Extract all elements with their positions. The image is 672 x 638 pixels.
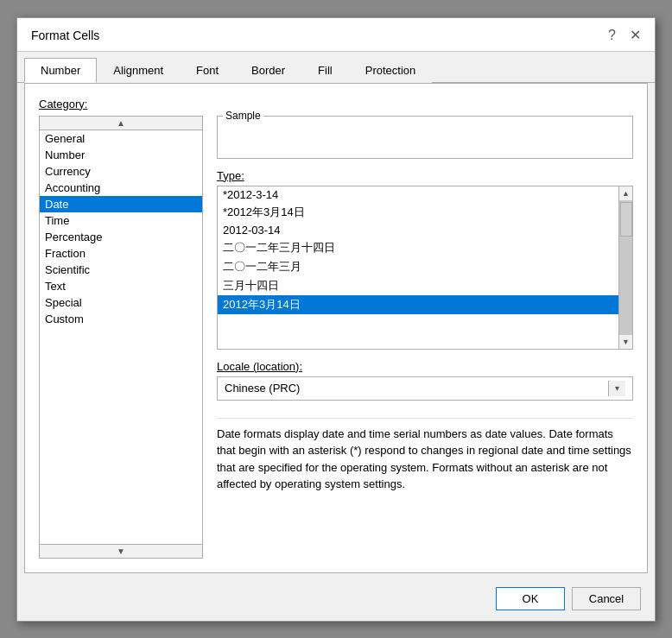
format-cells-dialog: Format Cells ? ✕ Number Alignment Font B… bbox=[16, 17, 656, 622]
category-panel: ▲ General Number Currency Accounting Dat… bbox=[39, 116, 203, 559]
tab-bar: Number Alignment Font Border Fill Protec… bbox=[17, 52, 655, 83]
category-list: General Number Currency Accounting Date … bbox=[40, 130, 202, 327]
locale-select[interactable]: Chinese (PRC) ▾ bbox=[217, 376, 633, 401]
category-scroll-down[interactable]: ▼ bbox=[40, 544, 202, 558]
type-list-container: *2012-3-14 *2012年3月14日 2012-03-14 二〇一二年三… bbox=[217, 186, 633, 350]
category-scroll-up[interactable]: ▲ bbox=[40, 117, 202, 130]
type-label: Type: bbox=[217, 169, 633, 182]
type-item-2[interactable]: *2012年3月14日 bbox=[218, 203, 618, 222]
type-item-4[interactable]: 二〇一二年三月十四日 bbox=[218, 238, 618, 257]
tab-fill[interactable]: Fill bbox=[301, 58, 349, 83]
locale-label: Locale (location): bbox=[217, 360, 633, 373]
category-list-container: ▲ General Number Currency Accounting Dat… bbox=[39, 116, 203, 559]
type-item-7[interactable]: 2012年3月14日 bbox=[218, 295, 618, 314]
scrollbar-track bbox=[619, 200, 633, 335]
ok-button[interactable]: OK bbox=[496, 587, 565, 610]
title-bar: Format Cells ? ✕ bbox=[17, 18, 655, 52]
category-scroll-area: General Number Currency Accounting Date … bbox=[40, 130, 202, 544]
category-item-time[interactable]: Time bbox=[40, 212, 202, 229]
type-list: *2012-3-14 *2012年3月14日 2012-03-14 二〇一二年三… bbox=[218, 186, 618, 349]
category-item-fraction[interactable]: Fraction bbox=[40, 245, 202, 262]
category-item-currency[interactable]: Currency bbox=[40, 163, 202, 180]
category-label: Category: bbox=[39, 98, 633, 111]
scrollbar-thumb bbox=[620, 202, 632, 237]
type-item-3[interactable]: 2012-03-14 bbox=[218, 222, 618, 238]
type-item-1[interactable]: *2012-3-14 bbox=[218, 186, 618, 203]
locale-value: Chinese (PRC) bbox=[225, 382, 608, 395]
type-item-5[interactable]: 二〇一二年三月 bbox=[218, 257, 618, 276]
type-item-6[interactable]: 三月十四日 bbox=[218, 276, 618, 295]
category-item-date[interactable]: Date bbox=[40, 196, 202, 212]
tab-font[interactable]: Font bbox=[180, 58, 235, 83]
category-item-scientific[interactable]: Scientific bbox=[40, 262, 202, 278]
title-bar-controls: ? ✕ bbox=[605, 27, 644, 44]
description: Date formats display date and time seria… bbox=[217, 418, 633, 493]
tab-number[interactable]: Number bbox=[24, 58, 97, 83]
category-item-special[interactable]: Special bbox=[40, 294, 202, 311]
category-item-custom[interactable]: Custom bbox=[40, 311, 202, 327]
sample-legend: Sample bbox=[223, 110, 263, 122]
tab-content: Category: ▲ General Number Currency Acco… bbox=[24, 83, 648, 573]
type-section: Type: *2012-3-14 *2012年3月14日 2012-03-14 … bbox=[217, 169, 633, 350]
cancel-button[interactable]: Cancel bbox=[572, 587, 641, 610]
tab-border[interactable]: Border bbox=[235, 58, 301, 83]
tab-protection[interactable]: Protection bbox=[349, 58, 433, 83]
main-row: ▲ General Number Currency Accounting Dat… bbox=[39, 116, 633, 559]
tab-alignment[interactable]: Alignment bbox=[97, 58, 180, 83]
category-item-text[interactable]: Text bbox=[40, 278, 202, 294]
right-panel: Sample Type: *2012-3-14 *2012年3月14日 2012… bbox=[217, 116, 633, 559]
category-item-percentage[interactable]: Percentage bbox=[40, 229, 202, 245]
button-row: OK Cancel bbox=[17, 580, 655, 621]
close-button[interactable]: ✕ bbox=[626, 27, 644, 44]
type-scroll-up[interactable]: ▲ bbox=[619, 186, 633, 200]
dialog-title: Format Cells bbox=[31, 28, 99, 42]
category-item-general[interactable]: General bbox=[40, 130, 202, 147]
locale-section: Locale (location): Chinese (PRC) ▾ bbox=[217, 360, 633, 401]
category-item-accounting[interactable]: Accounting bbox=[40, 180, 202, 196]
help-button[interactable]: ? bbox=[605, 27, 619, 44]
locale-dropdown-button[interactable]: ▾ bbox=[608, 381, 625, 396]
category-item-number[interactable]: Number bbox=[40, 147, 202, 163]
type-scroll-down[interactable]: ▼ bbox=[619, 335, 633, 349]
sample-group: Sample bbox=[217, 116, 633, 159]
type-scrollbar: ▲ ▼ bbox=[618, 186, 632, 349]
